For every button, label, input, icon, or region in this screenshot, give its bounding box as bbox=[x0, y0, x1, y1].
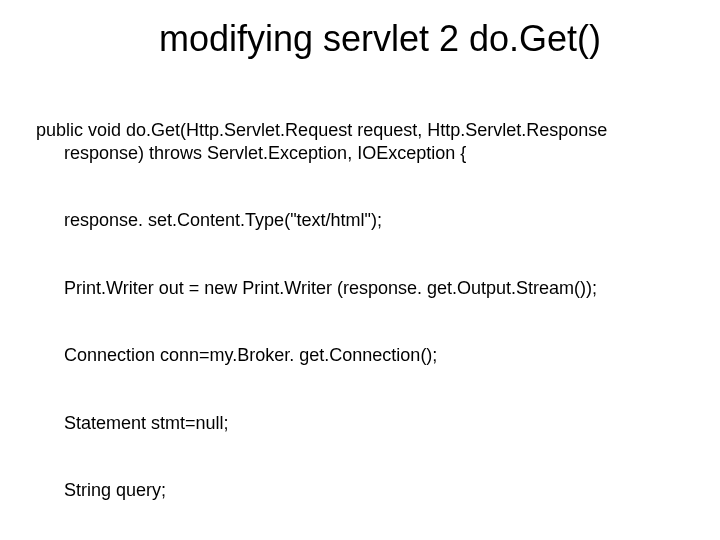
slide-title: modifying servlet 2 do.Get() bbox=[36, 18, 684, 60]
code-line: String query; bbox=[36, 479, 684, 502]
code-line: Print.Writer out = new Print.Writer (res… bbox=[36, 277, 684, 300]
code-line: Connection conn=my.Broker. get.Connectio… bbox=[36, 344, 684, 367]
code-block: public void do.Get(Http.Servlet.Request … bbox=[36, 74, 684, 540]
code-line: response. set.Content.Type("text/html"); bbox=[36, 209, 684, 232]
code-line: Statement stmt=null; bbox=[36, 412, 684, 435]
slide: modifying servlet 2 do.Get() public void… bbox=[0, 0, 720, 540]
method-signature: public void do.Get(Http.Servlet.Request … bbox=[36, 119, 684, 164]
